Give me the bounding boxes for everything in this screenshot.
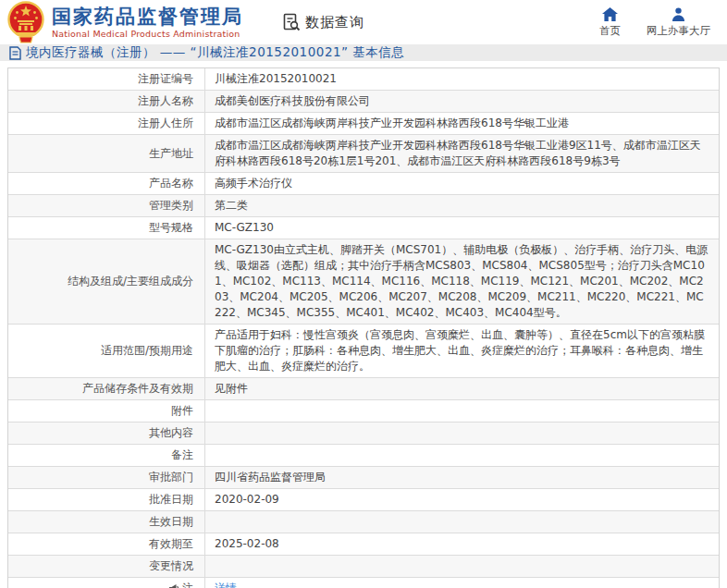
row-label: 生产地址 [8,135,204,172]
row-value: 第二类 [204,195,719,216]
row-value: 2020-02-09 [204,489,719,510]
site-header: 国家药品监督管理局 National Medical Products Admi… [0,0,727,44]
row-label: 注册证编号 [8,68,204,90]
table-row: 批准日期2020-02-09 [8,489,719,511]
row-label-text: 变更情况 [149,558,193,574]
row-label-text: 批准日期 [149,492,193,508]
row-value [204,511,719,533]
table-row: 注册人住所成都市温江区成都海峡两岸科技产业开发园科林路西段618号华银工业港 [8,113,719,135]
row-value: 高频手术治疗仪 [204,173,719,194]
table-row: 备注 [8,445,719,467]
table-row: 注册人名称成都美创医疗科技股份有限公司 [8,91,719,113]
row-value: 成都市温江区成都海峡两岸科技产业开发园科林路西段618号华银工业港 [204,113,719,134]
row-value: 川械注准20152010021 [204,68,719,90]
row-value [204,445,719,466]
org-name: 国家药品监督管理局 [52,6,243,28]
row-value: 见附件 [204,378,719,399]
row-label: 审批部门 [8,467,204,488]
row-label: 型号规格 [8,217,204,239]
nav-service-hall-label: 网上办事大厅 [647,24,710,38]
nav-home-label: 首页 [599,24,621,38]
brand-text: 国家药品监督管理局 National Medical Products Admi… [52,6,243,40]
table-row: 变更情况 [8,556,719,578]
row-label-text: 注 [182,581,193,588]
table-row: 附件 [8,400,719,423]
row-label-text: 注册人住所 [138,116,193,131]
document-icon [9,46,21,60]
row-label-text: 生产地址 [149,146,193,162]
row-label-text: 结构及组成/主要组成成分 [68,274,193,289]
row-label-text: 型号规格 [149,220,193,236]
megaphone-icon [168,583,179,588]
row-value: 四川省药品监督管理局 [204,467,719,488]
row-label-text: 有效期至 [149,536,193,552]
table-row: 其他内容 [8,423,719,445]
row-label: 注册人住所 [8,113,204,134]
row-value [204,423,719,444]
row-label: 备注 [8,445,204,466]
row-label: 其他内容 [8,423,204,444]
row-label: 注 [8,578,204,588]
data-query-label: 数据查询 [305,14,364,31]
row-label-text: 其他内容 [149,425,193,441]
page: 国家药品监督管理局 National Medical Products Admi… [0,0,727,588]
info-table: 注册证编号川械注准20152010021注册人名称成都美创医疗科技股份有限公司注… [7,67,720,588]
table-row: 适用范围/预期用途产品适用于妇科：慢性宫颈炎（宫颈息肉、宫颈糜烂、出血、囊肿等）… [8,325,719,378]
row-label-text: 审批部门 [149,470,193,485]
row-value: 详情 [204,578,719,588]
org-name-en: National Medical Products Administration [52,28,243,40]
table-row: 产品名称高频手术治疗仪 [8,173,719,195]
row-label: 注册人名称 [8,91,204,112]
row-label: 批准日期 [8,489,204,510]
row-value: 2025-02-08 [204,533,719,555]
table-wrap: 注册证编号川械注准20152010021注册人名称成都美创医疗科技股份有限公司注… [0,67,727,588]
row-value: 成都美创医疗科技股份有限公司 [204,91,719,112]
row-label-text: 适用范围/预期用途 [101,343,193,359]
row-value: 产品适用于妇科：慢性宫颈炎（宫颈息肉、宫颈糜烂、出血、囊肿等）、直径在5cm以下… [204,325,719,377]
table-row: 生产地址成都市温江区成都海峡两岸科技产业开发园科林路西段618号华银工业港9区1… [8,135,719,173]
row-label: 适用范围/预期用途 [8,325,204,377]
table-row: 有效期至2025-02-08 [8,533,719,556]
row-value [204,556,719,577]
table-row: 注册证编号川械注准20152010021 [8,68,719,91]
row-label: 生效日期 [8,511,204,533]
home-icon [602,7,618,21]
row-label: 产品储存条件及有效期 [8,378,204,399]
data-query-nav[interactable]: 数据查询 [282,13,364,31]
row-value [204,400,719,422]
table-row: 审批部门四川省药品监督管理局 [8,467,719,489]
row-value: MC-GZ130 [204,217,719,239]
doc-search-icon [282,13,301,31]
row-value: MC-GZ130由立式主机、脚踏开关（MCS701）、辅助电极（负极板）、治疗手… [204,239,719,324]
detail-link[interactable]: 详情 [215,582,237,588]
page-title: 境内医疗器械（注册） —— “川械注准20152010021” 基本信息 [26,44,404,61]
table-row: 生效日期 [8,511,719,533]
row-label-text: 备注 [171,447,193,463]
nav-service-hall[interactable]: 网上办事大厅 [647,7,710,38]
table-row: 产品储存条件及有效期见附件 [8,378,719,400]
brand: 国家药品监督管理局 National Medical Products Admi… [7,0,243,44]
row-label: 附件 [8,400,204,422]
row-value: 成都市温江区成都海峡两岸科技产业开发园科林路西段618号华银工业港9区11号、成… [204,135,719,172]
top-nav: 首页 网上办事大厅 [599,7,710,38]
row-label-text: 产品储存条件及有效期 [82,381,193,397]
row-label-text: 管理类别 [149,198,193,214]
table-row: 管理类别第二类 [8,195,719,217]
row-label-text: 注册人名称 [138,93,193,109]
row-label: 结构及组成/主要组成成分 [8,239,204,324]
row-label: 有效期至 [8,533,204,555]
row-label: 变更情况 [8,556,204,577]
row-label-text: 附件 [171,403,193,419]
national-emblem-logo [7,0,44,44]
row-label: 产品名称 [8,173,204,194]
row-label-text: 产品名称 [149,176,193,191]
table-row: 结构及组成/主要组成成分MC-GZ130由立式主机、脚踏开关（MCS701）、辅… [8,239,719,325]
row-label-text: 注册证编号 [138,71,193,87]
row-label-text: 生效日期 [149,514,193,530]
nav-home[interactable]: 首页 [599,7,621,38]
person-icon [672,7,685,21]
table-row: 注详情 [8,578,719,588]
page-title-bar: 境内医疗器械（注册） —— “川械注准20152010021” 基本信息 [0,44,727,61]
table-row: 型号规格MC-GZ130 [8,217,719,239]
row-label: 管理类别 [8,195,204,216]
